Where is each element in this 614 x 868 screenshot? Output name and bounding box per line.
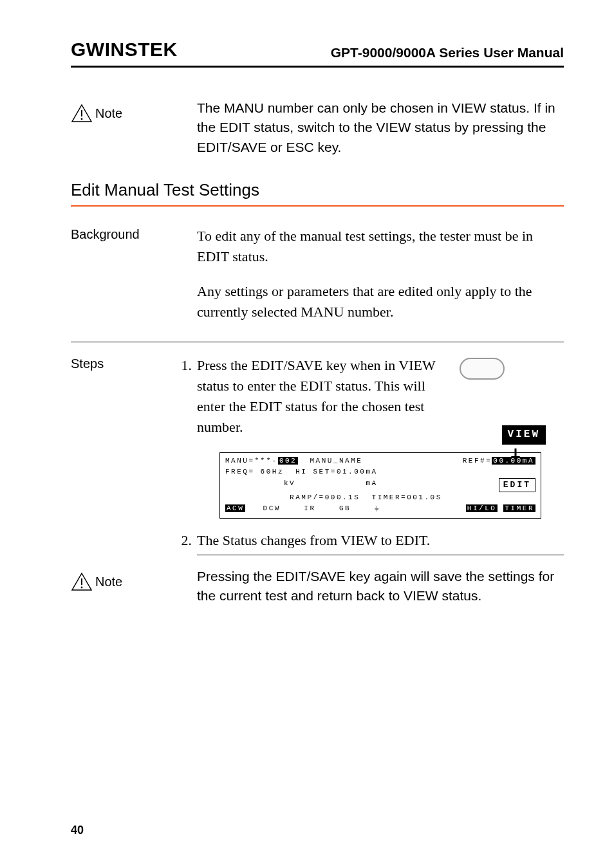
background-row: Background To edit any of the manual tes… [71,226,564,326]
brand-logo: GWINSTEK [71,39,178,60]
lcd-line-1: MANU=***-002 MANU_NAME REF#=00.00mA [225,456,535,466]
note-block-2: Note Pressing the EDIT/SAVE key again wi… [71,567,564,606]
page-number: 40 [71,824,84,837]
note-block-1: Note The MANU number can only be chosen … [71,98,564,157]
steps-body: 1. Press the EDIT/SAVE key when in VIEW … [197,355,564,555]
steps-label: Steps [71,355,197,555]
svg-point-2 [81,118,83,120]
step-num-1: 1. [175,355,192,376]
background-label: Background [71,226,197,326]
note-label-wrap: Note [71,98,197,157]
steps-row: Steps 1. Press the EDIT/SAVE key when in… [71,355,564,555]
lcd-line-4: RAMP/=000.1S TIMER=001.0S [225,492,535,503]
lcd-diagram: VIEW MANU=***-002 MANU_NAME REF#=00.00mA… [197,452,564,518]
note-text: The MANU number can only be chosen in VI… [197,98,564,157]
lcd-line-2: FREQ= 60Hz HI SET=01.00mA [225,466,535,477]
lcd-line-3: kV mAEDIT [225,478,535,492]
background-para-2: Any settings or parameters that are edit… [197,281,564,322]
section-heading: Edit Manual Test Settings [71,180,564,207]
svg-point-7 [81,586,83,588]
step-num-2: 2. [175,530,192,551]
note-text-2: Pressing the EDIT/SAVE key again will sa… [197,567,564,606]
lcd-line-5: ACW DCW IR GB ⏚ HI/LO TIMER [225,503,535,514]
manual-title: GPT-9000/9000A Series User Manual [331,45,564,60]
background-para-1: To edit any of the manual test settings,… [197,226,564,267]
warning-icon [71,104,93,123]
page-header: GWINSTEK GPT-9000/9000A Series User Manu… [71,39,564,68]
note-label: Note [95,104,122,123]
view-status-box: VIEW [502,425,546,444]
note-label-wrap-2: Note [71,567,197,606]
step-1: 1. Press the EDIT/SAVE key when in VIEW … [197,355,564,438]
step-text-1: Press the EDIT/SAVE key when in VIEW sta… [197,355,454,438]
step-text-2: The Status changes from VIEW to EDIT. [197,530,564,551]
edit-save-key-icon [460,358,505,380]
warning-icon [71,572,93,591]
step-2: 2. The Status changes from VIEW to EDIT. [197,530,564,555]
lcd-screen: MANU=***-002 MANU_NAME REF#=00.00mA FREQ… [219,452,541,518]
background-body: To edit any of the manual test settings,… [197,226,564,326]
note-label-2: Note [95,572,122,591]
divider [71,342,564,342]
